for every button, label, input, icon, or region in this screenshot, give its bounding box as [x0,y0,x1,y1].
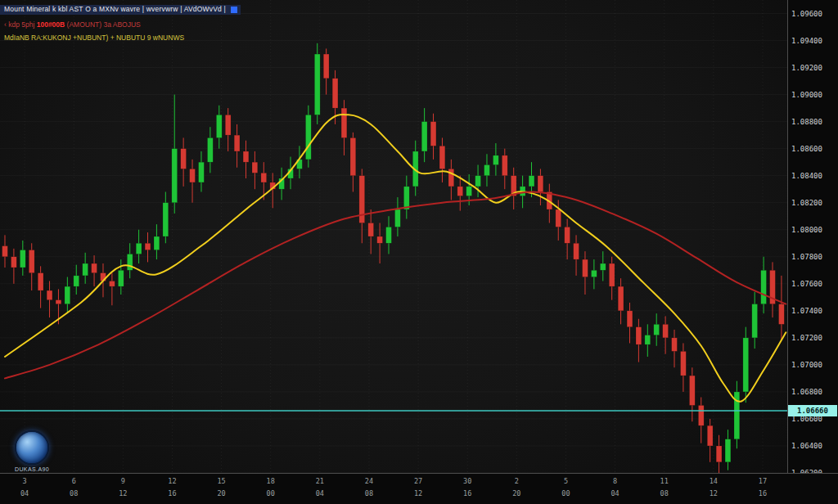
time-tick-sublabel: 08 [70,489,78,497]
candle-down [252,162,258,173]
time-tick-sublabel: 08 [365,489,373,497]
time-tick-sublabel: 04 [316,489,324,497]
price-axis[interactable]: 1.06660 1.096001.094001.092001.090001.08… [788,0,838,473]
candle-up [83,263,88,276]
time-tick-label: 15 [217,477,225,485]
time-tick-label: 2 [515,477,519,485]
candle-up [199,162,205,182]
price-tick-label: 1.06800 [791,388,822,396]
time-tick-sublabel: 16 [759,489,767,497]
candle-up [136,243,142,254]
chart-plot-area[interactable]: Mount Mineral k kbl AST O a MXNv wavre |… [0,0,787,473]
candle-down [502,155,507,176]
time-tick-label: 3 [23,477,27,485]
time-tick-sublabel: 16 [463,489,471,497]
current-price-value: 1.06660 [797,407,828,415]
price-tick-label: 1.08400 [791,172,822,180]
price-tick-label: 1.07800 [791,253,822,261]
time-tick-sublabel: 20 [217,489,225,497]
time-tick-sublabel: 16 [168,489,176,497]
price-tick-label: 1.06400 [791,442,822,450]
candle-down [556,209,561,227]
candle-down [636,327,642,344]
candle-up [403,187,409,209]
time-tick-label: 24 [365,477,373,485]
candle-down [779,304,785,325]
price-tick-label: 1.08600 [791,145,822,153]
candle-up [216,115,222,137]
candle-down [323,54,329,79]
time-tick-sublabel: 12 [414,489,422,497]
candle-down [29,250,34,273]
candle-up [421,122,427,151]
candle-up [127,254,133,270]
candle-down [457,187,463,196]
candle-down [574,243,579,259]
candle-up [386,227,392,243]
price-tick-label: 1.09200 [791,64,822,72]
price-tick-label: 1.08200 [791,199,822,207]
trading-platform-window: Mount Mineral k kbl AST O a MXNv wavre |… [0,0,838,504]
candle-up [529,176,534,187]
candle-down [350,137,356,175]
time-tick-label: 6 [72,477,76,485]
candle-up [20,250,25,268]
axis-separator-vertical [787,0,788,474]
candle-down [707,425,713,446]
candle-down [627,311,633,327]
candlestick-chart [0,0,787,473]
candle-down [663,324,669,338]
time-tick-label: 18 [267,477,275,485]
candle-down [716,446,722,462]
candle-down [618,286,624,311]
time-tick-label: 9 [121,477,125,485]
time-tick-label: 30 [463,477,471,485]
candle-up [118,270,124,286]
candle-up [493,155,498,165]
time-tick-sublabel: 00 [561,489,570,497]
candle-up [743,338,749,392]
candle-up [484,164,490,175]
candle-down [341,108,347,137]
globe-logo-icon [15,430,49,465]
candle-up [591,270,597,277]
time-tick-label: 11 [660,477,669,485]
candle-up [65,286,70,304]
ma-fast-line [5,115,786,402]
candle-down [377,236,383,243]
candle-down [92,263,97,273]
candle-down [439,146,445,169]
candle-up [725,439,731,462]
time-tick-label: 27 [414,477,422,485]
candle-up [74,276,79,286]
time-tick-label: 21 [316,477,324,485]
time-tick-sublabel: 12 [710,489,718,497]
candle-down [2,246,8,257]
candle-up [207,137,213,162]
candle-up [172,149,178,203]
candle-down [11,257,17,268]
candle-down [145,243,151,250]
candle-down [261,173,267,182]
candle-down [609,263,615,286]
candle-up [600,263,606,270]
candle-down [583,259,588,277]
candle-down [234,135,240,151]
candle-up [163,203,169,236]
price-tick-label: 1.09400 [791,37,822,45]
price-tick-label: 1.07400 [791,307,822,315]
time-tick-sublabel: 20 [512,489,520,497]
price-tick-label: 1.08800 [791,118,822,126]
time-tick-label: 12 [168,477,176,485]
candle-down [565,227,570,243]
candle-down [368,223,374,236]
time-tick-sublabel: 12 [119,489,127,497]
time-tick-sublabel: 00 [267,489,275,497]
price-tick-label: 1.07000 [791,361,822,369]
candle-up [154,236,160,250]
candle-down [430,122,436,146]
candle-down [538,176,543,192]
price-tick-label: 1.07600 [791,280,822,288]
candle-down [225,115,231,135]
time-axis[interactable]: 3691215182124273025811141704081216200004… [0,474,838,504]
